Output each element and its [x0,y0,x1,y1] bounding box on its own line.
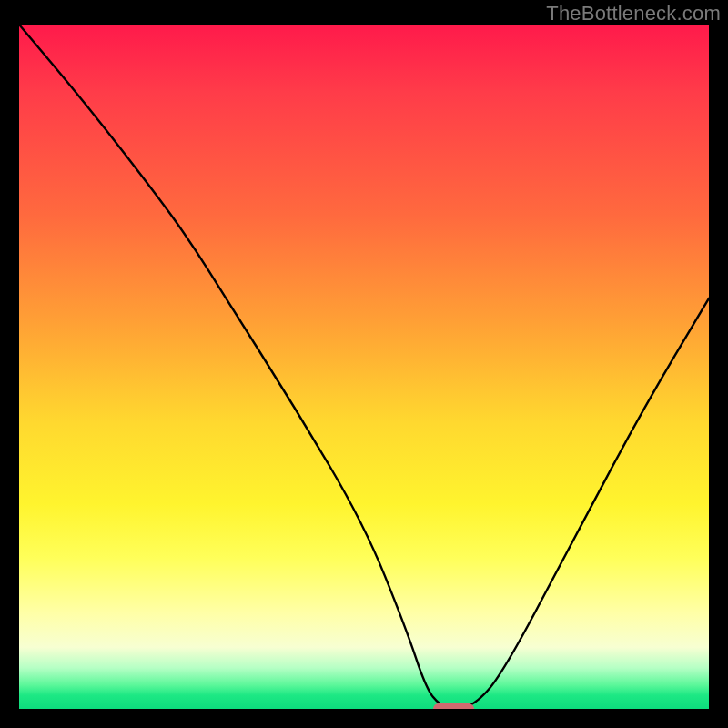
watermark-text: TheBottleneck.com [546,2,721,25]
curve-layer [19,25,709,709]
chart-frame: TheBottleneck.com [0,0,728,728]
plot-area [19,25,709,709]
optimal-marker [433,703,474,709]
bottleneck-curve [19,25,709,708]
